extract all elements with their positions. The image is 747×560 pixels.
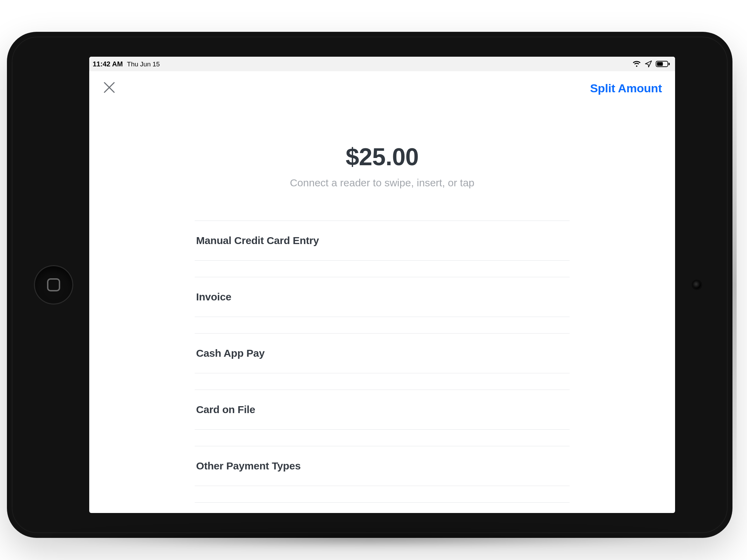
app-screen: 11:42 AM Thu Jun 15 [89, 57, 675, 513]
payment-option-invoice[interactable]: Invoice [195, 277, 570, 317]
home-button[interactable] [34, 265, 73, 305]
checkout-main: $25.00 Connect a reader to swipe, insert… [89, 105, 675, 503]
payment-option-card-on-file[interactable]: Card on File [195, 390, 570, 430]
status-bar-right [632, 60, 670, 68]
payment-option-cash-app-pay[interactable]: Cash App Pay [195, 334, 570, 373]
wifi-icon [632, 60, 641, 67]
app-nav: Split Amount [89, 71, 675, 105]
location-icon [645, 60, 652, 68]
close-button[interactable] [102, 81, 116, 95]
option-spacer [195, 373, 570, 390]
battery-icon [656, 60, 670, 67]
payment-option-label: Cash App Pay [196, 347, 568, 359]
status-time: 11:42 AM [93, 60, 123, 68]
device-shadow [42, 527, 698, 548]
payment-option-label: Manual Credit Card Entry [196, 235, 568, 246]
device-edge-highlight [732, 59, 737, 510]
checkout-amount: $25.00 [89, 143, 675, 171]
home-button-icon [47, 278, 60, 291]
svg-rect-1 [657, 62, 663, 66]
option-spacer [195, 486, 570, 503]
status-date: Thu Jun 15 [127, 60, 160, 68]
device-frame: 11:42 AM Thu Jun 15 [7, 32, 732, 538]
payment-option-label: Card on File [196, 404, 568, 416]
status-bar-left: 11:42 AM Thu Jun 15 [93, 60, 160, 68]
payment-option-label: Invoice [196, 291, 568, 303]
payment-options-list: Manual Credit Card Entry Invoice Cash Ap… [195, 221, 570, 503]
payment-option-label: Other Payment Types [196, 460, 568, 472]
status-bar: 11:42 AM Thu Jun 15 [89, 57, 675, 71]
split-amount-button[interactable]: Split Amount [590, 82, 662, 95]
checkout-subtitle: Connect a reader to swipe, insert, or ta… [89, 177, 675, 189]
payment-option-other[interactable]: Other Payment Types [195, 446, 570, 486]
front-camera [693, 281, 701, 289]
option-spacer [195, 261, 570, 277]
option-spacer [195, 430, 570, 446]
payment-option-manual-card[interactable]: Manual Credit Card Entry [195, 221, 570, 261]
close-icon [102, 81, 116, 96]
option-spacer [195, 317, 570, 334]
svg-rect-2 [668, 63, 670, 65]
